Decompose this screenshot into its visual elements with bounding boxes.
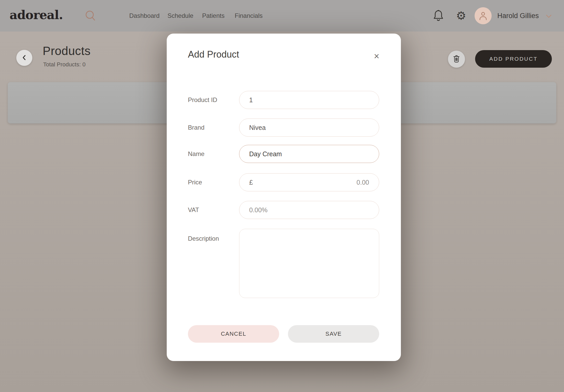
page-title: Products: [43, 44, 91, 58]
back-button[interactable]: [16, 50, 32, 66]
notifications-button[interactable]: [431, 9, 446, 23]
brand-row: Brand: [188, 119, 379, 137]
total-products-count: Total Products: 0: [43, 61, 86, 68]
gear-icon: ⚙: [454, 9, 468, 23]
close-icon[interactable]: ×: [369, 49, 384, 64]
avatar[interactable]: [475, 7, 492, 24]
chevron-left-icon: [20, 54, 28, 61]
trash-icon: [452, 54, 461, 64]
description-row: Description: [188, 229, 379, 298]
top-navigation-bar: adoreal. Dashboard Schedule Patients Fin…: [0, 0, 564, 32]
name-input[interactable]: [239, 145, 379, 163]
add-product-modal: Add Product × Product ID Brand Name Pric…: [167, 34, 401, 361]
price-input[interactable]: [253, 179, 369, 186]
person-icon: [477, 10, 489, 21]
bell-icon: [431, 9, 446, 23]
price-label: Price: [188, 179, 239, 186]
name-label: Name: [188, 150, 239, 158]
product-id-row: Product ID: [188, 91, 379, 109]
nav-item-financials[interactable]: Financials: [235, 0, 263, 32]
nav-item-dashboard[interactable]: Dashboard: [129, 0, 159, 32]
screen: Products Total Products: 0 ADD PRODUCT a…: [0, 0, 564, 392]
search-icon: [83, 9, 98, 23]
vat-input[interactable]: [239, 201, 379, 219]
price-row: Price £: [188, 173, 379, 191]
vat-label: VAT: [188, 206, 239, 214]
add-product-form: Product ID Brand Name Price £: [188, 91, 379, 298]
currency-symbol: £: [249, 178, 253, 186]
brand-label: Brand: [188, 124, 239, 131]
modal-title: Add Product: [188, 49, 239, 60]
search-button[interactable]: [83, 9, 98, 23]
chevron-down-icon[interactable]: [545, 12, 553, 20]
add-product-button[interactable]: ADD PRODUCT: [475, 50, 552, 68]
brand-input[interactable]: [239, 119, 379, 137]
cancel-button[interactable]: CANCEL: [188, 325, 279, 343]
nav-item-schedule[interactable]: Schedule: [167, 0, 193, 32]
nav-item-patients[interactable]: Patients: [202, 0, 225, 32]
price-field[interactable]: £: [239, 173, 379, 191]
product-id-label: Product ID: [188, 96, 239, 104]
description-input[interactable]: [239, 229, 379, 298]
save-button[interactable]: SAVE: [288, 325, 379, 343]
vat-row: VAT: [188, 201, 379, 219]
modal-actions: CANCEL SAVE: [188, 325, 379, 343]
delete-products-button[interactable]: [448, 51, 465, 68]
user-menu[interactable]: Harold Gillies: [497, 0, 539, 32]
product-id-input[interactable]: [239, 91, 379, 109]
settings-button[interactable]: ⚙: [454, 9, 468, 23]
description-label: Description: [188, 229, 239, 242]
name-row: Name: [188, 145, 379, 163]
adoreal-logo[interactable]: adoreal.: [10, 8, 63, 22]
